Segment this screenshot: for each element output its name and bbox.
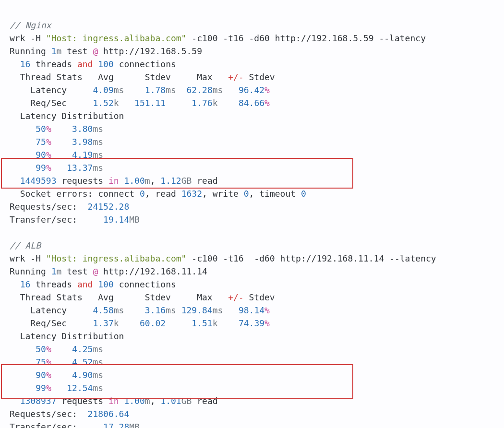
p50-nginx: 50% 3.80ms (10, 124, 103, 134)
running-nginx: Running 1m test @ http://192.168.5.59 (10, 46, 202, 56)
latency-row-alb: Latency 4.58ms 3.16ms 129.84ms 98.14% (10, 305, 270, 315)
p99-alb: 99% 12.54ms (10, 383, 103, 393)
totals-alb: 1308937 requests in 1.00m, 1.01GB read (10, 396, 218, 406)
stats-header-nginx: Thread Stats Avg Stdev Max +/- Stdev (10, 72, 275, 82)
p75-nginx: 75% 3.98ms (10, 137, 103, 147)
latency-row-nginx: Latency 4.09ms 1.78ms 62.28ms 96.42% (10, 85, 270, 95)
reqsec-row-nginx: Req/Sec 1.52k 151.11 1.76k 84.66% (10, 98, 270, 108)
terminal-output: // Nginx wrk -H "Host: ingress.alibaba.c… (0, 0, 504, 428)
comment-alb: // ALB (10, 240, 41, 250)
cmd-nginx: wrk -H "Host: ingress.alibaba.com" -c100… (10, 33, 426, 43)
totals-nginx: 1449593 requests in 1.00m, 1.12GB read (10, 176, 218, 186)
p90-nginx: 90% 4.19ms (10, 150, 103, 160)
tps-nginx: Transfer/sec: 19.14MB (10, 214, 140, 225)
p50-alb: 50% 4.25ms (10, 344, 103, 354)
rps-nginx: Requests/sec: 24152.28 (10, 202, 129, 212)
p99-nginx: 99% 13.37ms (10, 163, 103, 173)
latdist-label-nginx: Latency Distribution (10, 111, 124, 121)
p75-alb: 75% 4.52ms (10, 357, 103, 367)
latdist-label-alb: Latency Distribution (10, 331, 124, 341)
p90-alb: 90% 4.90ms (10, 370, 103, 380)
reqsec-row-alb: Req/Sec 1.37k 60.02 1.51k 74.39% (10, 318, 270, 328)
threads-alb: 16 threads and 100 connections (10, 279, 176, 289)
tps-alb: Transfer/sec: 17.28MB (10, 422, 140, 428)
comment-nginx: // Nginx (10, 20, 51, 30)
threads-nginx: 16 threads and 100 connections (10, 59, 176, 69)
cmd-alb: wrk -H "Host: ingress.alibaba.com" -c100… (10, 253, 436, 263)
rps-alb: Requests/sec: 21806.64 (10, 409, 129, 419)
highlight-box-alb (1, 364, 353, 399)
stats-header-alb: Thread Stats Avg Stdev Max +/- Stdev (10, 292, 275, 302)
running-alb: Running 1m test @ http://192.168.11.14 (10, 266, 207, 276)
socket-errors-nginx: Socket errors: connect 0, read 1632, wri… (10, 189, 306, 199)
